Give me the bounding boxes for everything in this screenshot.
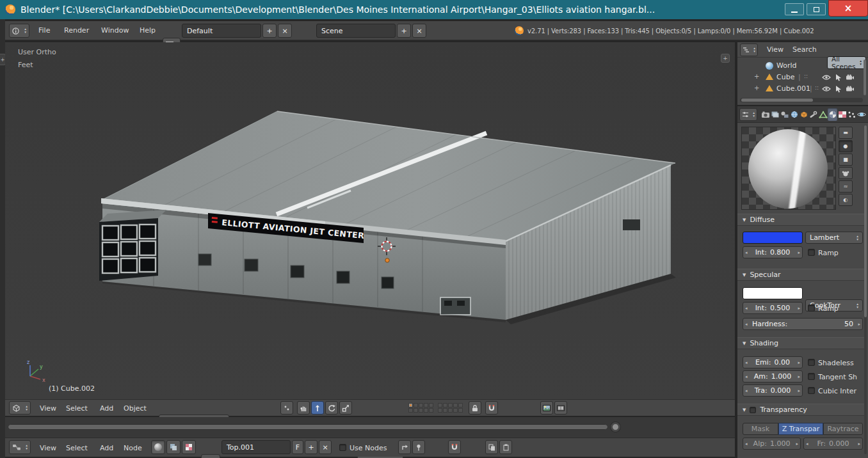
tab-scene[interactable]: [780, 108, 789, 121]
viewport-3d[interactable]: ELLIOTT AVIATION JET CENTER x: [5, 42, 735, 399]
specular-panel-header[interactable]: Specular: [737, 269, 864, 281]
render-opengl-anim-button[interactable]: [554, 401, 567, 415]
manipulator-rotate-button[interactable]: [325, 401, 338, 415]
preview-hair-button[interactable]: ≈: [839, 180, 853, 193]
preview-flat-button[interactable]: ▬: [839, 127, 853, 139]
use-nodes-checkbox[interactable]: [339, 444, 346, 451]
editor-type-node-button[interactable]: [9, 440, 31, 454]
add-layout-button[interactable]: +: [262, 24, 277, 38]
outliner-menu-view[interactable]: View: [767, 45, 784, 54]
raytrace-mode-button[interactable]: Raytrace: [823, 423, 863, 435]
mask-mode-button[interactable]: Mask: [743, 423, 778, 435]
view3d-menu-object[interactable]: Object: [124, 404, 147, 413]
fresnel-slider[interactable]: Fr:0.000: [803, 438, 863, 450]
delete-scene-button[interactable]: ×: [412, 24, 426, 38]
eye-icon[interactable]: [822, 74, 831, 81]
manipulator-translate-button[interactable]: [311, 401, 324, 415]
window-titlebar[interactable]: Blender* [C:\Users\ClarkandDebbie\Docume…: [0, 0, 868, 19]
manipulator-scale-button[interactable]: [339, 401, 352, 415]
cursor-select-icon[interactable]: [835, 85, 842, 93]
editor-type-3dview-button[interactable]: [9, 401, 31, 415]
scene-name-field[interactable]: Scene: [316, 24, 396, 38]
menu-render[interactable]: Render: [64, 26, 89, 35]
outliner-vscrollbar[interactable]: [864, 59, 866, 95]
transparency-panel-header[interactable]: Transparency: [737, 404, 864, 416]
fake-user-button[interactable]: F: [292, 440, 303, 454]
snap-toggle[interactable]: [485, 401, 498, 415]
eye-icon[interactable]: [822, 86, 831, 92]
tab-particles[interactable]: [847, 108, 856, 121]
node-editor-body[interactable]: [5, 417, 735, 438]
go-parent-node-tree-button[interactable]: [398, 440, 411, 454]
screen-layout-name-field[interactable]: Default: [182, 24, 261, 38]
close-button[interactable]: ×: [828, 0, 868, 17]
transparency-enable-checkbox[interactable]: [750, 407, 756, 413]
scrollbar-knob[interactable]: [611, 422, 620, 432]
tab-world[interactable]: [789, 108, 799, 121]
view3d-menu-view[interactable]: View: [40, 404, 56, 413]
menu-help[interactable]: Help: [140, 26, 156, 35]
tab-material[interactable]: [828, 108, 837, 121]
pivot-align-toggle[interactable]: [280, 401, 293, 415]
view3d-menu-add[interactable]: Add: [100, 404, 113, 413]
editor-type-outliner-button[interactable]: [740, 43, 758, 56]
composite-nodes-toggle[interactable]: [166, 440, 181, 454]
properties-region-tab[interactable]: +: [721, 54, 730, 63]
outliner-menu-search[interactable]: Search: [792, 45, 817, 54]
shadeless-checkbox[interactable]: [808, 359, 815, 366]
tab-object-data[interactable]: [818, 108, 828, 121]
specular-ramp-checkbox[interactable]: [808, 304, 815, 312]
copy-nodes-button[interactable]: [485, 440, 498, 454]
manipulator-toggle[interactable]: [297, 401, 310, 415]
camera-render-icon[interactable]: [846, 86, 855, 92]
cursor-select-icon[interactable]: [835, 74, 842, 81]
tab-modifiers[interactable]: [808, 108, 818, 121]
add-scene-button[interactable]: +: [397, 24, 411, 38]
preview-cube-button[interactable]: ■: [839, 154, 853, 166]
camera-render-icon[interactable]: [846, 74, 855, 81]
shader-nodes-toggle[interactable]: [151, 440, 165, 454]
layers-widget-group2[interactable]: [438, 403, 463, 413]
hardness-slider[interactable]: Hardness:50: [743, 318, 863, 330]
minimize-button[interactable]: [785, 3, 804, 15]
maximize-button[interactable]: [807, 3, 826, 15]
alpha-slider[interactable]: Alp:1.000: [743, 438, 801, 450]
texture-nodes-toggle[interactable]: [182, 440, 196, 454]
paste-nodes-button[interactable]: [499, 440, 512, 454]
tab-object[interactable]: [799, 108, 808, 121]
diffuse-shader-dropdown[interactable]: Lambert: [805, 232, 863, 244]
node-menu-node[interactable]: Node: [124, 444, 142, 452]
cubic-interpolation-checkbox[interactable]: [808, 387, 815, 394]
expand-icon[interactable]: +: [754, 84, 759, 91]
editor-type-info-button[interactable]: [9, 24, 29, 38]
material-preview[interactable]: [741, 127, 836, 210]
tab-render-layers[interactable]: [770, 108, 780, 121]
pin-node-tree-button[interactable]: [412, 440, 425, 454]
menu-window[interactable]: Window: [101, 26, 129, 35]
tab-render[interactable]: [760, 108, 770, 121]
delete-layout-button[interactable]: ×: [278, 24, 292, 38]
menu-file[interactable]: File: [38, 26, 50, 35]
unlink-material-button[interactable]: ×: [319, 440, 332, 454]
diffuse-ramp-checkbox[interactable]: [808, 249, 815, 256]
expand-icon[interactable]: +: [754, 73, 759, 80]
lock-to-scene-toggle[interactable]: [469, 401, 481, 415]
diffuse-panel-header[interactable]: Diffuse: [737, 214, 864, 226]
specular-color-swatch[interactable]: [743, 287, 803, 299]
node-menu-select[interactable]: Select: [66, 444, 88, 452]
editor-type-properties-button[interactable]: [739, 108, 757, 121]
material-browse-button[interactable]: [201, 454, 220, 458]
diffuse-intensity-slider[interactable]: Int:0.800: [743, 246, 803, 258]
tab-texture[interactable]: [837, 108, 847, 121]
outliner-hscrollbar-track[interactable]: [740, 98, 863, 102]
tab-physics[interactable]: [856, 108, 866, 121]
diffuse-color-swatch[interactable]: [743, 232, 803, 244]
properties-vscrollbar[interactable]: [864, 125, 867, 454]
render-opengl-still-button[interactable]: [540, 401, 553, 415]
node-menu-view[interactable]: View: [40, 444, 56, 452]
outliner-row-world[interactable]: World: [737, 60, 863, 72]
shading-panel-header[interactable]: Shading: [737, 337, 864, 349]
translucency-slider[interactable]: Tra:0.000: [743, 384, 803, 397]
outliner-row-cube001[interactable]: + Cube.001 | ::: [737, 83, 863, 95]
preview-monkey-button[interactable]: [839, 167, 853, 179]
